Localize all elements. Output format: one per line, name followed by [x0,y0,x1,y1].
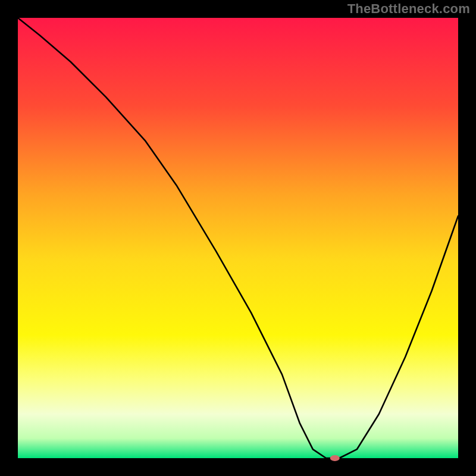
bottleneck-chart [0,0,476,476]
watermark-label: TheBottleneck.com [347,1,470,17]
chart-stage: TheBottleneck.com [0,0,476,476]
selected-point-marker [330,455,340,461]
gradient-background [18,18,458,458]
